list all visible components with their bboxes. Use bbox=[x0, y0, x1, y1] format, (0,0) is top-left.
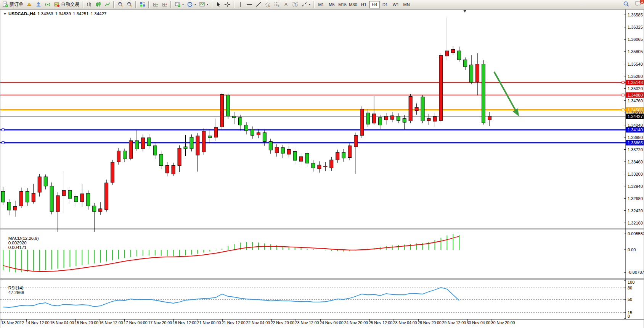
macd-value-main: 0.002920 bbox=[8, 241, 27, 245]
crosshair-tool-button[interactable] bbox=[223, 0, 232, 9]
templates-button[interactable]: ▾ bbox=[198, 0, 210, 9]
toolbar-separator bbox=[82, 1, 84, 8]
auto-scroll-button[interactable] bbox=[151, 0, 160, 9]
svg-text:1.33720: 1.33720 bbox=[628, 147, 643, 152]
dropdown-caret-icon: ▾ bbox=[309, 3, 310, 6]
svg-text:24 Nov 20:00: 24 Nov 20:00 bbox=[344, 320, 368, 325]
collapse-panel-icon[interactable] bbox=[3, 13, 6, 15]
profile-button[interactable] bbox=[34, 0, 43, 9]
svg-text:T: T bbox=[294, 3, 296, 7]
tf-h1-button[interactable]: H1 bbox=[358, 1, 369, 8]
svg-text:28 Nov 04:00: 28 Nov 04:00 bbox=[393, 320, 417, 325]
svg-text:1.33865: 1.33865 bbox=[628, 141, 643, 145]
market-watch-button[interactable] bbox=[25, 0, 34, 9]
rsi-name: RSI(14) bbox=[8, 286, 24, 290]
chart-shift-icon bbox=[162, 2, 168, 7]
line-chart-button[interactable] bbox=[103, 0, 112, 9]
svg-text:1.35805: 1.35805 bbox=[628, 49, 643, 54]
svg-text:15 Nov 20:00: 15 Nov 20:00 bbox=[75, 320, 99, 325]
rsi-indicator-label: RSI(14) 47.2868 bbox=[3, 281, 24, 299]
svg-text:30 Nov 04:00: 30 Nov 04:00 bbox=[467, 320, 491, 325]
svg-text:25 Nov 12:00: 25 Nov 12:00 bbox=[369, 320, 393, 325]
new-chart-icon bbox=[175, 2, 181, 7]
svg-text:1.34760: 1.34760 bbox=[628, 99, 643, 103]
price-chart[interactable]: 1.351481.348801.345651.341401.338651.344… bbox=[0, 10, 644, 328]
fibonacci-tool-button[interactable]: F bbox=[272, 0, 281, 9]
svg-text:1.36585: 1.36585 bbox=[628, 13, 643, 17]
macd-indicator-label: MACD(12,26,9) 0.002920 0.004171 bbox=[3, 231, 39, 254]
svg-text:0: 0 bbox=[628, 314, 630, 318]
vertical-line-icon bbox=[237, 2, 243, 7]
zoom-in-button[interactable] bbox=[116, 0, 125, 9]
tile-windows-button[interactable] bbox=[138, 0, 147, 9]
dropdown-caret-icon: ▾ bbox=[207, 3, 208, 6]
equidistant-channel-icon: E bbox=[265, 2, 271, 7]
autotrading-button[interactable]: 自动交易 bbox=[52, 0, 81, 9]
signals-button[interactable] bbox=[43, 0, 52, 9]
svg-text:22 Nov 20:00: 22 Nov 20:00 bbox=[271, 320, 295, 325]
label-tool-button[interactable]: T bbox=[291, 0, 300, 9]
tf-d1-button[interactable]: D1 bbox=[380, 1, 390, 8]
new-order-button[interactable]: 新订单 bbox=[1, 0, 25, 9]
ohlc-high: 1.34539 bbox=[55, 11, 71, 16]
svg-text:1.36325: 1.36325 bbox=[628, 25, 643, 29]
dropdown-caret-icon: ▾ bbox=[182, 3, 184, 6]
tf-m5-button[interactable]: M5 bbox=[326, 1, 337, 8]
periods-clock-icon bbox=[187, 2, 193, 7]
main-toolbar: 新订单 自动交易 ▾ ▾ bbox=[0, 0, 644, 9]
line-chart-icon bbox=[104, 2, 111, 7]
svg-text:21 Nov 12:00: 21 Nov 12:00 bbox=[222, 320, 246, 325]
svg-text:21 Nov 00:00: 21 Nov 00:00 bbox=[197, 320, 221, 325]
auto-scroll-icon bbox=[153, 2, 159, 7]
svg-text:100: 100 bbox=[628, 280, 634, 284]
svg-text:28 Nov 20:00: 28 Nov 20:00 bbox=[418, 320, 442, 325]
tf-m1-button[interactable]: M1 bbox=[316, 1, 326, 8]
toolbar-separator bbox=[233, 1, 234, 8]
dropdown-caret-icon: ▾ bbox=[194, 3, 196, 6]
svg-text:1.34240: 1.34240 bbox=[628, 123, 643, 128]
svg-text:16 Nov 12:00: 16 Nov 12:00 bbox=[99, 320, 123, 325]
bar-chart-button[interactable] bbox=[85, 0, 94, 9]
svg-text:-0.007879: -0.007879 bbox=[628, 270, 644, 275]
svg-text:1.32420: 1.32420 bbox=[628, 208, 643, 213]
tf-m15-button[interactable]: M15 bbox=[337, 1, 348, 8]
macd-name: MACD(12,26,9) bbox=[8, 236, 39, 241]
svg-text:17 Nov 04:00: 17 Nov 04:00 bbox=[124, 320, 148, 325]
arrows-tool-button[interactable]: ▾ bbox=[300, 0, 312, 9]
profile-icon bbox=[35, 2, 42, 7]
text-tool-button[interactable]: A bbox=[281, 0, 291, 9]
chart-window[interactable]: 1.351481.348801.345651.341401.338651.344… bbox=[0, 9, 644, 328]
svg-text:0.005553: 0.005553 bbox=[628, 231, 644, 236]
zoom-out-button[interactable] bbox=[125, 0, 134, 9]
svg-text:50: 50 bbox=[628, 297, 632, 302]
svg-text:13 Nov 2022: 13 Nov 2022 bbox=[1, 320, 24, 325]
new-chart-button[interactable]: ▾ bbox=[173, 0, 185, 9]
chat-badge: 1 bbox=[640, 0, 644, 4]
candlestick-chart-button[interactable] bbox=[94, 0, 103, 9]
svg-text:A: A bbox=[284, 2, 287, 7]
chat-icon[interactable]: 1 bbox=[635, 1, 642, 7]
macd-value-signal: 0.004171 bbox=[8, 245, 27, 250]
periods-button[interactable]: ▾ bbox=[185, 0, 198, 9]
trendline-tool-button[interactable] bbox=[254, 0, 263, 9]
cursor-tool-button[interactable] bbox=[214, 0, 223, 9]
channel-tool-button[interactable]: E bbox=[263, 0, 272, 9]
fibonacci-icon: F bbox=[274, 2, 280, 7]
toolbar-separator bbox=[148, 1, 150, 8]
signals-icon bbox=[45, 2, 51, 7]
tf-h4-button[interactable]: H4 bbox=[369, 1, 380, 8]
ohlc-close: 1.34427 bbox=[91, 11, 107, 16]
svg-text:1.34880: 1.34880 bbox=[628, 93, 643, 97]
svg-text:80: 80 bbox=[628, 286, 632, 290]
search-icon[interactable] bbox=[623, 1, 630, 7]
chart-shift-button[interactable] bbox=[160, 0, 169, 9]
tf-m30-button[interactable]: M30 bbox=[348, 1, 358, 8]
tf-mn-button[interactable]: MN bbox=[401, 1, 412, 8]
tf-w1-button[interactable]: W1 bbox=[390, 1, 401, 8]
zoom-in-icon bbox=[117, 2, 124, 7]
toolbar-separator bbox=[313, 1, 315, 8]
horizontal-line-tool-button[interactable] bbox=[245, 0, 254, 9]
svg-text:18 Nov 12:00: 18 Nov 12:00 bbox=[173, 320, 197, 325]
svg-text:1.35020: 1.35020 bbox=[628, 86, 643, 91]
vertical-line-tool-button[interactable] bbox=[236, 0, 245, 9]
